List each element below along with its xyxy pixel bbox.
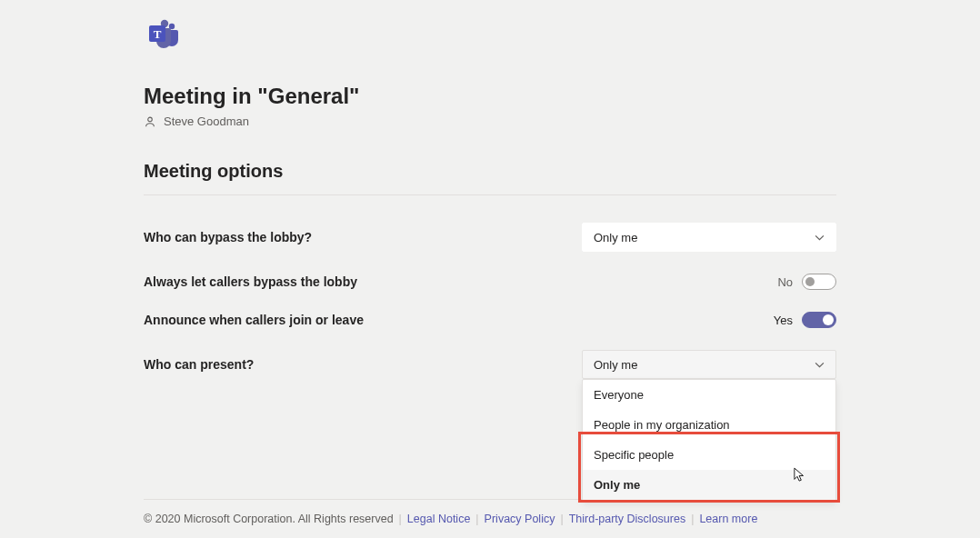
bypass-lobby-select[interactable]: Only me <box>582 223 836 252</box>
dropdown-item-only-me[interactable]: Only me <box>583 470 835 500</box>
chevron-down-icon <box>815 359 825 370</box>
toggle-state-label: Yes <box>774 314 793 327</box>
svg-point-4 <box>148 117 153 122</box>
section-title: Meeting options <box>144 161 836 182</box>
footer-link-learn-more[interactable]: Learn more <box>699 513 757 525</box>
option-bypass-lobby: Who can bypass the lobby? Only me <box>144 212 836 263</box>
dropdown-item-everyone[interactable]: Everyone <box>583 380 835 410</box>
option-label: Who can bypass the lobby? <box>144 230 312 244</box>
copyright-text: © 2020 Microsoft Corporation. All Rights… <box>144 513 394 525</box>
option-label: Announce when callers join or leave <box>144 313 364 327</box>
chevron-down-icon <box>815 232 825 243</box>
who-present-select[interactable]: Only me <box>582 350 836 379</box>
option-callers-bypass: Always let callers bypass the lobby No <box>144 263 836 301</box>
organizer-name: Steve Goodman <box>164 115 249 128</box>
toggle-state-label: No <box>777 275 793 289</box>
footer-link-legal[interactable]: Legal Notice <box>407 513 471 525</box>
option-who-present: Who can present? Only me Everyone People… <box>144 339 836 390</box>
dropdown-item-specific[interactable]: Specific people <box>583 440 835 470</box>
option-announce: Announce when callers join or leave Yes <box>144 301 836 339</box>
dropdown-item-org[interactable]: People in my organization <box>583 410 835 440</box>
separator: | <box>691 513 694 525</box>
teams-logo-icon: T <box>144 18 836 58</box>
divider <box>144 194 836 195</box>
who-present-dropdown: Everyone People in my organization Speci… <box>582 379 836 501</box>
announce-toggle[interactable] <box>802 312 836 328</box>
footer-link-privacy[interactable]: Privacy Policy <box>485 513 555 525</box>
organizer-row: Steve Goodman <box>144 115 836 128</box>
option-label: Who can present? <box>144 357 254 372</box>
select-value: Only me <box>594 231 637 244</box>
person-icon <box>144 115 156 128</box>
footer: © 2020 Microsoft Corporation. All Rights… <box>144 499 836 525</box>
svg-text:T: T <box>154 27 162 41</box>
option-label: Always let callers bypass the lobby <box>144 274 357 289</box>
separator: | <box>560 513 563 525</box>
separator: | <box>399 513 402 525</box>
separator: | <box>475 513 478 525</box>
select-value: Only me <box>594 358 637 372</box>
callers-bypass-toggle[interactable] <box>802 274 836 290</box>
page-title: Meeting in "General" <box>144 84 836 109</box>
footer-link-disclosures[interactable]: Third-party Disclosures <box>569 513 686 525</box>
